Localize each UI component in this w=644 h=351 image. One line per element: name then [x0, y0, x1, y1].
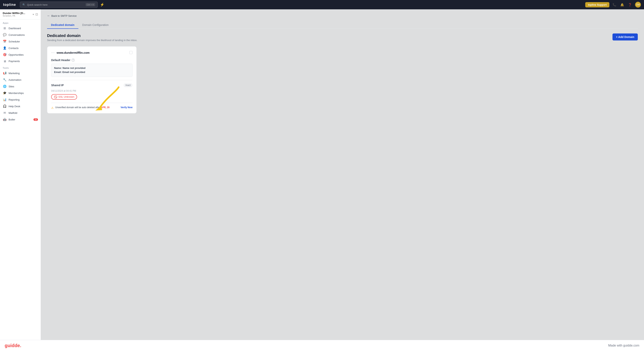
shared-ip-row: Shared IP Inact — [51, 83, 132, 87]
guidde-logo: guidde. — [5, 343, 21, 348]
sidebar-item-mailfold[interactable]: ✉ Mailfold — [0, 110, 41, 116]
email-row: Email: Email not provided — [54, 70, 130, 74]
search-placeholder-text: Quick search here — [27, 3, 84, 6]
sites-icon: 🌐 — [3, 85, 6, 88]
back-link-label: Back to SMTP Service — [51, 14, 77, 17]
sidebar-item-label: Butler — [8, 118, 32, 121]
search-shortcut: Ctrl + K — [86, 3, 95, 6]
tools-section-label: Tools — [0, 64, 41, 70]
scheduler-icon: 📅 — [3, 40, 6, 43]
sidebar-item-dashboard[interactable]: ⊞ Dashboard — [0, 25, 41, 32]
sidebar-item-marketing[interactable]: 📢 Marketing — [0, 70, 41, 76]
phone-icon[interactable]: 📞 — [612, 2, 617, 8]
chevron-down-icon: ▾ — [33, 13, 34, 16]
apps-section-label: Apps — [0, 20, 41, 25]
tab-domain-configuration[interactable]: Domain Configuration — [78, 22, 112, 29]
page-title: Dedicated domain — [47, 34, 137, 38]
automation-icon: 🔧 — [3, 78, 6, 82]
sidebar-item-label: Opportunities — [8, 53, 38, 56]
sidebar-item-conversations[interactable]: 💬 Conversations — [0, 32, 41, 38]
guidde-footer: guidde. Made with guidde.com — [0, 340, 644, 351]
sidebar-item-butler[interactable]: 🤖 Butler 11 — [0, 116, 41, 123]
page-subtitle: Sending from a dedicated domain improves… — [47, 39, 137, 42]
sidebar-item-contacts[interactable]: 👤 Contacts — [0, 45, 41, 51]
sidebar-item-label: Mailfold — [8, 112, 38, 114]
support-button[interactable]: topline Support — [585, 2, 609, 8]
shared-ip-label: Shared IP — [51, 84, 64, 87]
warning-date: APR, 26 — [100, 106, 109, 109]
inactive-badge: Inact — [124, 83, 132, 87]
memberships-icon: 🎓 — [3, 91, 6, 95]
sidebar-item-opportunities[interactable]: 🎯 Opportunities — [0, 51, 41, 58]
reporting-icon: 📊 — [3, 98, 6, 101]
page-header: Dedicated domain Sending from a dedicate… — [47, 34, 638, 42]
main-content: ← Back to SMTP Service Dedicated domain … — [41, 9, 644, 340]
sidebar-item-helpdesk[interactable]: 🎧 Help Desk — [0, 103, 41, 110]
search-bar[interactable]: 🔍 Quick search here Ctrl + K — [20, 2, 98, 8]
layout-icon[interactable]: ⊡ — [36, 12, 38, 16]
topnav: topline 🔍 Quick search here Ctrl + K ⚡ t… — [0, 0, 644, 9]
contacts-icon: 👤 — [3, 46, 6, 50]
sidebar-item-label: Payments — [8, 60, 38, 63]
sidebar-item-label: Contacts — [8, 47, 38, 50]
info-icon[interactable]: ? — [72, 58, 75, 62]
date-text: 04/11/2024 at 04:41 PM — [51, 90, 132, 92]
sidebar-item-label: Dashboard — [8, 27, 38, 30]
app-logo: topline — [3, 3, 16, 7]
ssl-badge[interactable]: 🚫 SSL Unknown — [51, 94, 77, 100]
warning-text: Unverified domain will be auto deleted a… — [55, 106, 119, 109]
name-value: Name not provided — [62, 66, 86, 70]
domain-card-header: ⋯ www.dundermifflin.com — [51, 50, 132, 55]
workspace-location: Scranton, PA — [3, 14, 31, 17]
name-row: Name: Name not provided — [54, 66, 130, 70]
email-label: Email: — [54, 71, 62, 74]
sidebar-item-memberships[interactable]: 🎓 Memberships — [0, 90, 41, 96]
help-icon[interactable]: ❓ — [627, 2, 633, 8]
default-header-section: Default Header ? Name: Name not provided… — [51, 58, 132, 77]
lightning-icon[interactable]: ⚡ — [100, 2, 104, 7]
sidebar-item-automation[interactable]: 🔧 Automation — [0, 76, 41, 83]
helpdesk-icon: 🎧 — [3, 104, 6, 108]
sidebar-item-label: Scheduler — [8, 40, 38, 43]
sidebar-item-label: Sites — [8, 85, 38, 88]
marketing-icon: 📢 — [3, 72, 6, 75]
sidebar-item-scheduler[interactable]: 📅 Scheduler — [0, 38, 41, 45]
dashboard-icon: ⊞ — [3, 26, 6, 30]
email-value: Email not provided — [62, 71, 85, 74]
payments-icon: 🖥 — [3, 60, 6, 63]
sidebar-item-label: Conversations — [8, 34, 38, 36]
verify-now-link[interactable]: Verify Now — [121, 106, 132, 109]
butler-icon: 🤖 — [3, 118, 6, 121]
domain-checkbox[interactable] — [130, 51, 132, 54]
sidebar-item-label: Marketing — [8, 72, 38, 75]
avatar[interactable]: DM — [635, 2, 641, 8]
warning-icon: ⚠ — [51, 106, 54, 109]
back-link[interactable]: ← Back to SMTP Service — [47, 14, 638, 18]
sidebar-item-label: Help Desk — [8, 105, 38, 108]
tab-dedicated-domain[interactable]: Dedicated domain — [47, 22, 78, 29]
sidebar-item-label: Memberships — [8, 92, 38, 94]
sidebar: Dunder Mifflin [D... Scranton, PA ▾ ⊡ Ap… — [0, 9, 41, 340]
divider — [51, 80, 132, 80]
domain-name: www.dundermifflin.com — [56, 51, 90, 54]
mailfold-icon: ✉ — [3, 111, 6, 114]
guidde-tagline: Made with guidde.com — [608, 344, 639, 347]
ssl-icon: 🚫 — [54, 95, 57, 98]
search-icon: 🔍 — [22, 3, 26, 6]
domain-menu-icon[interactable]: ⋯ — [51, 50, 55, 55]
sidebar-item-sites[interactable]: 🌐 Sites — [0, 83, 41, 90]
sidebar-item-payments[interactable]: 🖥 Payments — [0, 58, 41, 64]
domain-card: ⋯ www.dundermifflin.com Default Header ?… — [47, 46, 136, 114]
name-label: Name: — [54, 66, 62, 70]
workspace-selector[interactable]: Dunder Mifflin [D... Scranton, PA ▾ ⊡ — [0, 9, 41, 20]
bell-icon[interactable]: 🔔 — [620, 2, 625, 8]
sidebar-item-reporting[interactable]: 📊 Reporting — [0, 96, 41, 103]
tabs: Dedicated domain Domain Configuration — [47, 22, 638, 29]
ssl-label: SSL Unknown — [58, 95, 74, 98]
conversations-icon: 💬 — [3, 33, 6, 36]
sidebar-item-label: Automation — [8, 78, 38, 81]
default-header-label: Default Header — [51, 58, 70, 62]
sidebar-item-label: Reporting — [8, 98, 38, 101]
opportunities-icon: 🎯 — [3, 53, 6, 56]
add-domain-button[interactable]: + Add Domain — [612, 34, 638, 40]
